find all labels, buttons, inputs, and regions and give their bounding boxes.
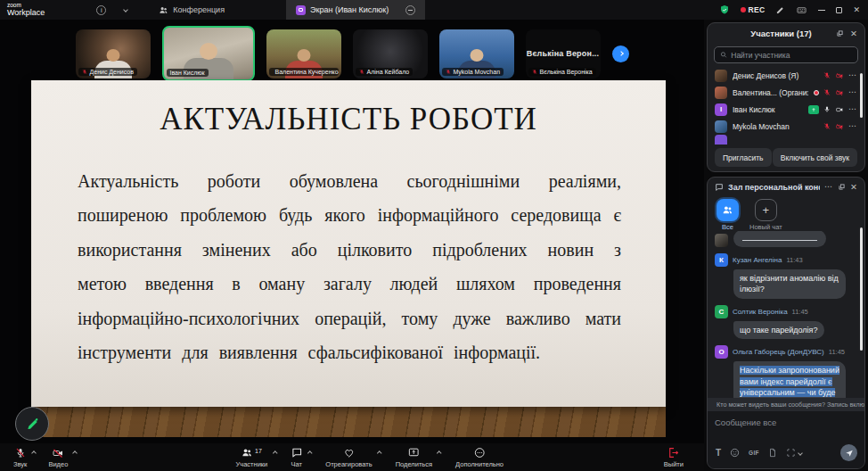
tile-name-label: Денис Денисов bbox=[90, 69, 134, 75]
participant-name: Денис Денисов (Я) bbox=[733, 71, 818, 80]
chat-message: К Кузан Ангеліна 11:43 як відрізнити ано… bbox=[715, 253, 857, 299]
participant-row-denys[interactable]: Денис Денисов (Я) ⋯ bbox=[708, 67, 864, 84]
video-tile-mykola[interactable]: Mykola Movchan bbox=[439, 29, 514, 78]
meeting-info-icon[interactable]: i bbox=[96, 5, 106, 15]
close-chat-panel-button[interactable]: ✕ bbox=[850, 183, 857, 192]
window-maximize-button[interactable] bbox=[836, 7, 842, 13]
participants-label: Участники bbox=[235, 460, 267, 468]
next-participants-page-button[interactable] bbox=[612, 45, 629, 62]
send-plane-icon bbox=[845, 449, 854, 458]
annotation-pencil-button[interactable] bbox=[15, 407, 49, 441]
chevron-right-icon bbox=[618, 51, 624, 56]
tab-conference[interactable]: Конференция bbox=[149, 0, 234, 20]
message-author: Солтик Вероніка bbox=[733, 308, 788, 316]
participants-icon bbox=[242, 447, 253, 459]
chat-label: Чат bbox=[291, 460, 302, 468]
collapse-tab-icon[interactable] bbox=[405, 5, 415, 15]
file-attach-icon[interactable] bbox=[768, 448, 777, 458]
react-button[interactable]: Отреагировать bbox=[319, 446, 378, 468]
invite-button[interactable]: Пригласить bbox=[715, 148, 772, 167]
main-meeting-area: Денис Денисов Іван Кислюк Валентина Куче… bbox=[0, 20, 704, 471]
participants-panel: Участники (17) ✕ Денис Денисов (Я) ⋯ bbox=[707, 22, 865, 172]
video-options-chevron[interactable] bbox=[72, 450, 78, 456]
avatar bbox=[715, 70, 727, 82]
video-tile-valentyna[interactable]: Валентина Кучеренко-Марус bbox=[266, 29, 341, 78]
chat-message-selected: О Ольга Габорець (ДонДУВС) 11:45 Наскіль… bbox=[715, 345, 857, 398]
toolbar-left-group: Звук Видео bbox=[7, 446, 74, 468]
avatar bbox=[715, 234, 728, 247]
participant-more-button[interactable]: ⋯ bbox=[848, 90, 857, 95]
message-time: 11:45 bbox=[792, 308, 808, 316]
participant-search-input[interactable] bbox=[731, 51, 852, 60]
message-bubble bbox=[733, 231, 826, 247]
chat-message-list[interactable]: К Кузан Ангеліна 11:43 як відрізнити ано… bbox=[708, 231, 864, 398]
audio-options-chevron[interactable] bbox=[32, 450, 37, 456]
unmute-self-button[interactable]: Включить свой звук bbox=[773, 148, 857, 167]
participant-search-box[interactable] bbox=[714, 46, 858, 63]
video-tile-ivan-active-speaker[interactable]: Іван Кислюк bbox=[162, 26, 255, 81]
react-options-chevron[interactable] bbox=[377, 450, 382, 456]
audio-mute-button[interactable]: Звук bbox=[7, 446, 33, 468]
popout-panel-icon[interactable] bbox=[836, 29, 844, 37]
video-tile-vielkina-no-video[interactable]: Вєлькіна Верон... Вєлькіна Вероніка bbox=[526, 29, 601, 78]
participants-count-badge: 17 bbox=[255, 448, 262, 454]
camera-off-icon bbox=[835, 89, 844, 96]
participant-row-mykola[interactable]: Mykola Movchan ⋯ bbox=[708, 118, 864, 135]
participants-options-chevron[interactable] bbox=[272, 450, 277, 456]
new-chat-label: Новый чат bbox=[749, 223, 782, 231]
emoji-icon[interactable] bbox=[730, 448, 740, 458]
mic-off-icon bbox=[532, 69, 537, 75]
logo-workplace-text: Workplace bbox=[7, 9, 45, 17]
participants-panel-header: Участники (17) ✕ bbox=[708, 23, 864, 44]
gif-icon[interactable]: GIF bbox=[749, 450, 759, 456]
channel-everyone[interactable]: Все bbox=[717, 199, 739, 231]
new-chat-button[interactable]: Новый чат bbox=[749, 199, 782, 231]
participant-row-ivan-sharing[interactable]: І Іван Кислюк ⋯ bbox=[708, 101, 864, 118]
participant-more-button[interactable]: ⋯ bbox=[848, 124, 857, 128]
chevron-down-icon[interactable] bbox=[124, 7, 129, 12]
tab-screen-share[interactable]: Экран (Иван Кислюк) bbox=[286, 0, 425, 20]
chat-panel-title: Зал персональной конферен... bbox=[728, 183, 820, 192]
avatar bbox=[715, 120, 727, 133]
video-tile-denys[interactable]: Денис Денисов bbox=[76, 29, 151, 78]
share-options-chevron[interactable] bbox=[437, 450, 442, 456]
window-close-button[interactable]: ✕ bbox=[853, 6, 860, 14]
chat-input-area[interactable]: Сообщение все T GIF bbox=[708, 411, 864, 468]
share-screen-button[interactable]: Поделиться bbox=[389, 446, 438, 468]
participant-more-button[interactable]: ⋯ bbox=[848, 107, 857, 112]
screen-capture-menu[interactable] bbox=[786, 448, 802, 458]
participants-panel-footer: Пригласить Включить свой звук bbox=[708, 148, 864, 167]
chat-bubble-icon bbox=[291, 447, 302, 459]
selected-text: Наскільки запропонований вами індекс пар… bbox=[740, 366, 839, 398]
chat-input-placeholder[interactable]: Сообщение все bbox=[715, 417, 857, 427]
security-shield-icon[interactable] bbox=[719, 4, 730, 15]
window-minimize-button[interactable] bbox=[818, 10, 825, 11]
chat-more-menu-button[interactable]: ⋯ bbox=[824, 185, 833, 189]
mic-off-icon bbox=[823, 71, 831, 79]
keyboard-icon[interactable] bbox=[796, 5, 807, 15]
meeting-toolbar: Звук Видео 17 Участники bbox=[0, 443, 704, 471]
video-tile-alina[interactable]: Аліна Кейбало bbox=[353, 29, 428, 78]
popout-panel-icon[interactable] bbox=[838, 183, 846, 191]
more-button[interactable]: Дополнительно bbox=[449, 446, 510, 468]
notice-text: Кто может видеть ваши сообщения? Запись … bbox=[717, 401, 864, 409]
avatar bbox=[715, 87, 727, 99]
participants-button[interactable]: 17 Участники bbox=[229, 446, 274, 468]
send-message-button[interactable] bbox=[840, 444, 857, 461]
pencil-annotate-icon[interactable] bbox=[775, 5, 785, 15]
leave-meeting-button[interactable]: Выйти bbox=[658, 446, 690, 468]
screen-sharing-badge-icon bbox=[808, 105, 819, 114]
presentation-slide: АКТУАЛЬНІСТЬ РОБОТИ Актуальність роботи … bbox=[31, 80, 666, 407]
chat-scrollbar[interactable] bbox=[860, 227, 863, 351]
participants-scrollbar[interactable] bbox=[860, 73, 863, 118]
chat-button[interactable]: Чат bbox=[284, 446, 308, 468]
camera-off-icon bbox=[835, 72, 844, 79]
plus-icon bbox=[755, 199, 777, 221]
close-participants-panel-button[interactable]: ✕ bbox=[850, 29, 857, 38]
chat-options-chevron[interactable] bbox=[307, 450, 312, 456]
participant-more-button[interactable]: ⋯ bbox=[848, 73, 857, 78]
camera-on-icon bbox=[835, 106, 844, 113]
video-start-button[interactable]: Видео bbox=[42, 446, 74, 468]
participant-row-valentyna-host[interactable]: Валентина... (Организатор) ⋯ bbox=[708, 84, 864, 101]
text-format-icon[interactable]: T bbox=[716, 449, 721, 458]
